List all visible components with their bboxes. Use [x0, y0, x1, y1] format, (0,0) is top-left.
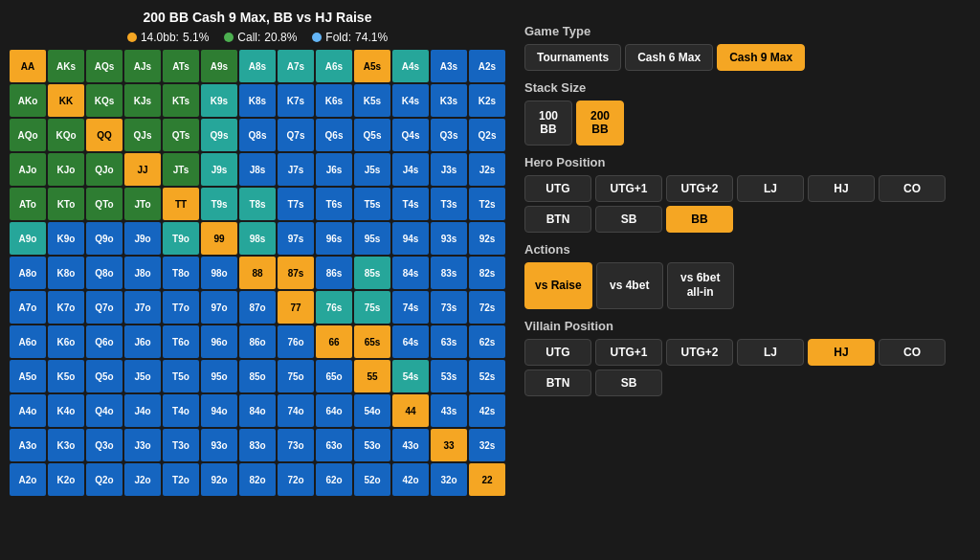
grid-cell-92s[interactable]: 92s: [469, 222, 505, 255]
grid-cell-KTo[interactable]: KTo: [48, 188, 84, 220]
grid-cell-T3o[interactable]: T3o: [163, 429, 199, 461]
hero-position-buttons-btn-5[interactable]: CO: [879, 175, 946, 202]
grid-cell-96o[interactable]: 96o: [201, 325, 237, 358]
hero-position-buttons-btn-1[interactable]: UTG+1: [595, 175, 662, 202]
grid-cell-T4s[interactable]: T4s: [392, 188, 429, 220]
grid-cell-Q6o[interactable]: Q6o: [86, 325, 122, 358]
grid-cell-Q3s[interactable]: Q3s: [431, 119, 467, 151]
grid-cell-A9o[interactable]: A9o: [10, 222, 46, 255]
grid-cell-K5s[interactable]: K5s: [354, 84, 390, 117]
grid-cell-72s[interactable]: 72s: [469, 291, 505, 324]
grid-cell-42s[interactable]: 42s: [469, 394, 505, 427]
grid-cell-52o[interactable]: 52o: [354, 463, 390, 496]
grid-cell-86s[interactable]: 86s: [316, 257, 352, 289]
grid-cell-T4o[interactable]: T4o: [163, 394, 199, 427]
grid-cell-33[interactable]: 33: [431, 429, 467, 461]
stack-size-buttons-btn-1[interactable]: 200 BB: [576, 101, 624, 146]
grid-cell-J8o[interactable]: J8o: [124, 257, 161, 289]
grid-cell-Q3o[interactable]: Q3o: [86, 429, 122, 461]
grid-cell-T7s[interactable]: T7s: [278, 188, 314, 220]
grid-cell-Q7o[interactable]: Q7o: [86, 291, 122, 324]
grid-cell-98s[interactable]: 98s: [239, 222, 276, 255]
grid-cell-K2o[interactable]: K2o: [48, 463, 84, 496]
grid-cell-63s[interactable]: 63s: [431, 325, 467, 358]
grid-cell-K8s[interactable]: K8s: [239, 84, 276, 117]
grid-cell-K3s[interactable]: K3s: [431, 84, 467, 117]
grid-cell-94s[interactable]: 94s: [392, 222, 429, 255]
hero-position-buttons-btn-7[interactable]: SB: [595, 206, 662, 233]
villain-position-buttons-btn-7[interactable]: SB: [595, 370, 662, 396]
grid-cell-75o[interactable]: 75o: [278, 360, 314, 392]
grid-cell-T6o[interactable]: T6o: [163, 325, 199, 358]
grid-cell-73o[interactable]: 73o: [278, 429, 314, 461]
grid-cell-55[interactable]: 55: [354, 360, 390, 392]
grid-cell-T6s[interactable]: T6s: [316, 188, 352, 220]
grid-cell-32s[interactable]: 32s: [469, 429, 505, 461]
grid-cell-K3o[interactable]: K3o: [48, 429, 84, 461]
grid-cell-99[interactable]: 99: [201, 222, 237, 255]
grid-cell-T5o[interactable]: T5o: [163, 360, 199, 392]
grid-cell-75s[interactable]: 75s: [354, 291, 390, 324]
grid-cell-84o[interactable]: 84o: [239, 394, 276, 427]
grid-cell-J4s[interactable]: J4s: [392, 153, 429, 186]
grid-cell-K6o[interactable]: K6o: [48, 325, 84, 358]
grid-cell-64o[interactable]: 64o: [316, 394, 352, 427]
grid-cell-AQs[interactable]: AQs: [86, 50, 122, 82]
grid-cell-ATo[interactable]: ATo: [10, 188, 46, 220]
grid-cell-AA[interactable]: AA: [10, 50, 46, 82]
grid-cell-K8o[interactable]: K8o: [48, 257, 84, 289]
grid-cell-K9s[interactable]: K9s: [201, 84, 237, 117]
grid-cell-93o[interactable]: 93o: [201, 429, 237, 461]
grid-cell-A4s[interactable]: A4s: [392, 50, 429, 82]
grid-cell-T5s[interactable]: T5s: [354, 188, 390, 220]
grid-cell-J2s[interactable]: J2s: [469, 153, 505, 186]
grid-cell-T7o[interactable]: T7o: [163, 291, 199, 324]
grid-cell-66[interactable]: 66: [316, 325, 352, 358]
grid-cell-95s[interactable]: 95s: [354, 222, 390, 255]
grid-cell-T9o[interactable]: T9o: [163, 222, 199, 255]
grid-cell-Q8s[interactable]: Q8s: [239, 119, 276, 151]
grid-cell-Q4s[interactable]: Q4s: [392, 119, 429, 151]
grid-cell-K5o[interactable]: K5o: [48, 360, 84, 392]
grid-cell-T2o[interactable]: T2o: [163, 463, 199, 496]
grid-cell-42o[interactable]: 42o: [392, 463, 429, 496]
grid-cell-QTo[interactable]: QTo: [86, 188, 122, 220]
grid-cell-AKo[interactable]: AKo: [10, 84, 46, 117]
grid-cell-Q5s[interactable]: Q5s: [354, 119, 390, 151]
grid-cell-Q7s[interactable]: Q7s: [278, 119, 314, 151]
grid-cell-J5s[interactable]: J5s: [354, 153, 390, 186]
grid-cell-QJo[interactable]: QJo: [86, 153, 122, 186]
hero-position-buttons-btn-0[interactable]: UTG: [524, 175, 591, 202]
grid-cell-76o[interactable]: 76o: [278, 325, 314, 358]
grid-cell-76s[interactable]: 76s: [316, 291, 352, 324]
villain-position-buttons-btn-4[interactable]: HJ: [808, 339, 875, 366]
grid-cell-AQo[interactable]: AQo: [10, 119, 46, 151]
grid-cell-A3o[interactable]: A3o: [10, 429, 46, 461]
grid-cell-83s[interactable]: 83s: [431, 257, 467, 289]
grid-cell-83o[interactable]: 83o: [239, 429, 276, 461]
grid-cell-K2s[interactable]: K2s: [469, 84, 505, 117]
grid-cell-54o[interactable]: 54o: [354, 394, 390, 427]
grid-cell-Q5o[interactable]: Q5o: [86, 360, 122, 392]
grid-cell-74o[interactable]: 74o: [278, 394, 314, 427]
grid-cell-AKs[interactable]: AKs: [48, 50, 84, 82]
grid-cell-QJs[interactable]: QJs: [124, 119, 161, 151]
villain-position-buttons-btn-3[interactable]: LJ: [737, 339, 804, 366]
grid-cell-KK[interactable]: KK: [48, 84, 84, 117]
grid-cell-J6o[interactable]: J6o: [124, 325, 161, 358]
grid-cell-T2s[interactable]: T2s: [469, 188, 505, 220]
grid-cell-T8o[interactable]: T8o: [163, 257, 199, 289]
grid-cell-95o[interactable]: 95o: [201, 360, 237, 392]
grid-cell-K4s[interactable]: K4s: [392, 84, 429, 117]
grid-cell-A7o[interactable]: A7o: [10, 291, 46, 324]
grid-cell-52s[interactable]: 52s: [469, 360, 505, 392]
grid-cell-QTs[interactable]: QTs: [163, 119, 199, 151]
grid-cell-QQ[interactable]: QQ: [86, 119, 122, 151]
grid-cell-A2o[interactable]: A2o: [10, 463, 46, 496]
grid-cell-A3s[interactable]: A3s: [431, 50, 467, 82]
grid-cell-J4o[interactable]: J4o: [124, 394, 161, 427]
grid-cell-77[interactable]: 77: [278, 291, 314, 324]
grid-cell-A5s[interactable]: A5s: [354, 50, 390, 82]
grid-cell-88[interactable]: 88: [239, 257, 276, 289]
grid-cell-J3s[interactable]: J3s: [431, 153, 467, 186]
